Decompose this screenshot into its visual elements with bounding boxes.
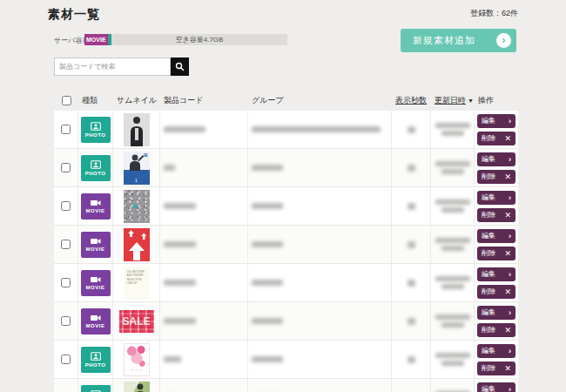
delete-button[interactable]: 削除✕ xyxy=(477,323,515,337)
header-seconds[interactable]: 表示秒数 xyxy=(392,95,431,106)
thumbnail[interactable] xyxy=(124,113,150,146)
redacted-time xyxy=(441,169,464,174)
redacted-group xyxy=(252,241,283,247)
delete-button[interactable]: 削除✕ xyxy=(477,247,515,260)
add-material-button[interactable]: 新規素材追加 › xyxy=(401,29,516,52)
redacted-seconds xyxy=(408,280,415,287)
delete-button[interactable]: 削除✕ xyxy=(477,208,515,222)
redacted-date xyxy=(435,276,470,281)
close-icon: ✕ xyxy=(504,326,511,335)
delete-button[interactable]: 削除✕ xyxy=(477,170,515,184)
thumbnail[interactable]: ♡ ♡ ♡ xyxy=(124,343,150,376)
movie-camera-icon xyxy=(91,314,101,321)
poster-number: 1 xyxy=(124,178,150,183)
redacted-product-code xyxy=(164,241,196,247)
chevron-right-icon: › xyxy=(509,232,511,240)
type-badge-photo: PHOTO xyxy=(81,385,111,392)
redacted-seconds xyxy=(408,356,415,363)
thumbnail[interactable]: B 1 xyxy=(124,152,150,185)
row-checkbox[interactable] xyxy=(61,316,71,326)
close-icon: ✕ xyxy=(504,134,511,143)
sort-desc-icon: ▼ xyxy=(468,98,474,104)
redacted-date xyxy=(435,199,470,205)
row-checkbox[interactable] xyxy=(61,163,71,172)
redacted-seconds xyxy=(408,241,415,248)
type-badge-photo: PHOTO xyxy=(81,347,111,373)
edit-button[interactable]: 編集› xyxy=(477,306,515,320)
chevron-right-icon: › xyxy=(509,117,511,125)
row-checkbox[interactable] xyxy=(61,201,71,211)
header-code: 製品コード xyxy=(160,95,248,106)
table-row: PHOTO B 1 編集› 削除✕ xyxy=(54,149,518,187)
row-checkbox[interactable] xyxy=(61,355,71,364)
materials-table: PHOTO 編集› 削除✕ PHOTO B 1 編集› 削除✕ xyxy=(54,111,518,392)
person-photo-icon xyxy=(124,382,150,392)
redacted-seconds xyxy=(408,126,415,133)
thumbnail[interactable] xyxy=(124,382,150,392)
type-badge-movie: MOVIE xyxy=(81,308,111,335)
movie-camera-icon xyxy=(91,276,101,283)
edit-button[interactable]: 編集› xyxy=(477,344,515,358)
thumbnail[interactable] xyxy=(124,228,150,261)
person-photo-icon xyxy=(124,152,150,171)
delete-button[interactable]: 削除✕ xyxy=(477,285,515,299)
close-icon: ✕ xyxy=(504,287,511,296)
redacted-product-code xyxy=(164,203,196,209)
table-row: MOVIE 編集› 削除✕ xyxy=(54,226,518,264)
edit-button[interactable]: 編集› xyxy=(477,191,515,205)
thumbnail[interactable]: 2012 AUTUMN AND WINTER SELECTION LINE UP xyxy=(124,267,150,300)
registered-count: 登録数：62件 xyxy=(470,8,518,19)
edit-button[interactable]: 編集› xyxy=(477,152,515,166)
redacted-group xyxy=(252,203,283,209)
photo-icon xyxy=(91,352,101,361)
select-all-checkbox[interactable] xyxy=(62,96,71,105)
close-icon: ✕ xyxy=(504,249,511,258)
arrow-right-icon: › xyxy=(496,33,511,48)
table-row: PHOTO 編集› 削除✕ xyxy=(54,379,518,392)
chevron-right-icon: › xyxy=(509,308,511,317)
up-arrows-icon xyxy=(124,228,150,261)
row-checkbox[interactable] xyxy=(61,278,71,287)
edit-button[interactable]: 編集› xyxy=(477,114,515,128)
redacted-time xyxy=(441,246,464,251)
thumbnail[interactable] xyxy=(124,190,150,223)
redacted-seconds xyxy=(408,318,415,325)
search-input[interactable] xyxy=(54,57,171,76)
row-checkbox[interactable] xyxy=(61,240,71,249)
redacted-date xyxy=(435,123,470,128)
type-badge-movie: MOVIE xyxy=(81,270,111,296)
redacted-group xyxy=(252,356,283,362)
redacted-product-code xyxy=(164,318,196,324)
redacted-time xyxy=(441,322,464,328)
person-photo-icon xyxy=(124,113,150,146)
close-icon: ✕ xyxy=(504,172,511,181)
redacted-time xyxy=(441,284,464,289)
sale-text: SALE xyxy=(122,315,150,328)
photo-icon xyxy=(91,160,101,169)
add-material-label: 新規素材追加 xyxy=(413,34,475,47)
chevron-right-icon: › xyxy=(509,385,511,392)
row-checkbox[interactable] xyxy=(61,125,71,134)
search-button[interactable] xyxy=(171,57,189,76)
edit-button[interactable]: 編集› xyxy=(477,382,515,392)
header-group: グループ xyxy=(248,95,392,106)
edit-button[interactable]: 編集› xyxy=(477,229,515,243)
chevron-right-icon: › xyxy=(509,347,511,355)
redacted-group xyxy=(252,165,283,171)
delete-button[interactable]: 削除✕ xyxy=(477,362,515,375)
redacted-seconds xyxy=(408,203,415,210)
table-row: PHOTO ♡ ♡ ♡ 編集› 削除✕ xyxy=(54,341,518,379)
delete-button[interactable]: 削除✕ xyxy=(477,132,515,145)
redacted-date xyxy=(435,314,470,320)
close-icon: ✕ xyxy=(504,211,511,220)
redacted-date xyxy=(435,238,470,243)
chevron-right-icon: › xyxy=(509,193,511,202)
redacted-seconds xyxy=(408,165,415,172)
header-updated[interactable]: 更新日時▼ xyxy=(431,95,475,106)
edit-button[interactable]: 編集› xyxy=(477,267,515,281)
collage-caption: ♡ ♡ ♡ xyxy=(125,368,149,373)
thumbnail[interactable]: SALE xyxy=(119,310,154,333)
table-row: MOVIE 編集› 削除✕ xyxy=(54,187,518,226)
capacity-free-label: 空き容量4.7GB xyxy=(111,34,287,45)
type-badge-photo: PHOTO xyxy=(81,117,111,143)
